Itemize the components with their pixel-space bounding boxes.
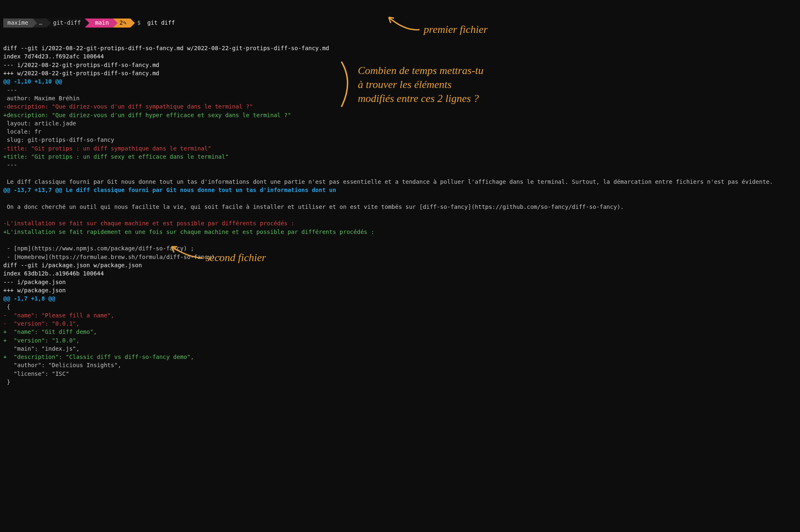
diff-line: -description: "Que diriez-vous d'un diff…: [3, 102, 797, 111]
diff-line: locale: fr: [3, 127, 797, 136]
diff-line: - [npm](https://www.npmjs.com/package/di…: [3, 244, 797, 252]
diff-line: + "version": "1.0.0",: [3, 336, 797, 345]
diff-line: [3, 169, 797, 178]
diff-line: [3, 211, 797, 219]
diff-line: -title: "Git protips : un diff sympathiq…: [3, 144, 797, 153]
prompt-user: maxime: [3, 19, 32, 28]
diff-line: --- i/package.json: [3, 278, 797, 286]
diff-line: - [Homebrew](https://formulae.brew.sh/fo…: [3, 253, 797, 261]
diff-line: layout: article.jade: [3, 119, 797, 127]
diff-line: diff --git i/2022-08-22-git-protips-diff…: [3, 44, 797, 52]
diff-line: @@ -13,7 +13,7 @@ Le diff classique four…: [3, 186, 797, 194]
diff-line: +description: "Que diriez-vous d'un diff…: [3, 111, 797, 119]
diff-line: +++ w/2022-08-22-git-protips-diff-so-fan…: [3, 69, 797, 77]
diff-line: - "version": "0.0.1",: [3, 319, 797, 328]
diff-line: Le diff classique fourni par Git nous do…: [3, 178, 797, 186]
pencil-icon: ✎: [123, 19, 126, 27]
diff-line: --- i/2022-08-22-git-protips-diff-so-fan…: [3, 61, 797, 69]
diff-line: -L'installation se fait sur chaque machi…: [3, 219, 797, 227]
prompt-line[interactable]: maxime … git-diff main 2✎ $ git diff: [3, 19, 797, 28]
branch-icon: [91, 19, 95, 27]
prompt-directory: git-diff: [46, 19, 85, 28]
diff-line: slug: git-protips-diff-so-fancy: [3, 136, 797, 144]
diff-line: index 7d74d23..f692afc 100644: [3, 52, 797, 60]
diff-line: @@ -1,10 +1,10 @@: [3, 77, 797, 86]
diff-line: [3, 194, 797, 203]
terminal-window[interactable]: maxime … git-diff main 2✎ $ git diff dif…: [0, 0, 800, 396]
diff-line: +title: "Git protips : un diff sexy et e…: [3, 153, 797, 161]
diff-line: [3, 236, 797, 244]
diff-line: On a donc cherché un outil qui nous faci…: [3, 203, 797, 211]
diff-output: diff --git i/2022-08-22-git-protips-diff…: [3, 44, 797, 386]
diff-line: author: Maxime Bréhin: [3, 94, 797, 102]
diff-line: + "description": "Classic diff vs diff-s…: [3, 353, 797, 361]
diff-line: ---: [3, 86, 797, 94]
diff-line: +++ w/package.json: [3, 286, 797, 294]
diff-line: +L'installation se fait rapidement en un…: [3, 228, 797, 236]
diff-line: index 63db12b..a19646b 100644: [3, 269, 797, 278]
command-input[interactable]: git diff: [145, 19, 175, 27]
diff-line: @@ -1,7 +1,8 @@: [3, 294, 797, 303]
diff-line: "license": "ISC": [3, 370, 797, 378]
diff-line: diff --git i/package.json w/package.json: [3, 261, 797, 269]
diff-line: + "name": "Git diff demo",: [3, 328, 797, 336]
diff-line: - "name": "Please fill a name",: [3, 311, 797, 319]
diff-line: "author": "Delicious Insights",: [3, 361, 797, 369]
diff-line: "main": "index.js",: [3, 345, 797, 353]
diff-line: ---: [3, 161, 797, 169]
diff-line: }: [3, 378, 797, 386]
diff-line: {: [3, 303, 797, 311]
